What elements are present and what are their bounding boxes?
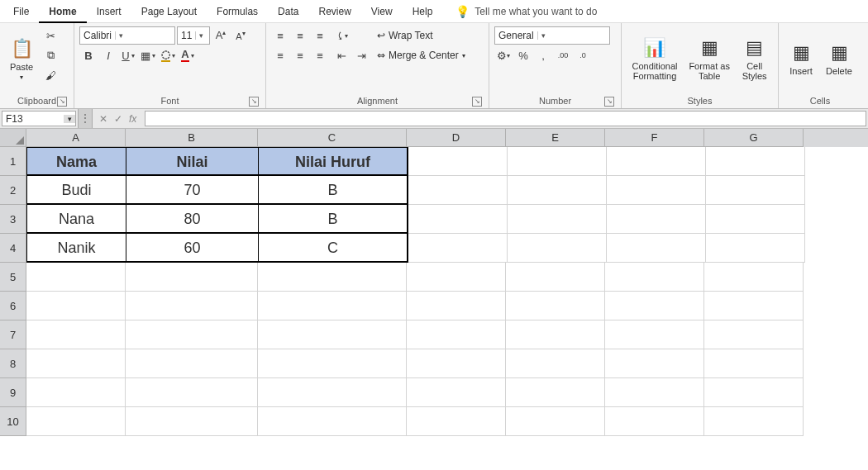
cell-D1[interactable] bbox=[408, 147, 508, 176]
cell-A6[interactable] bbox=[26, 292, 126, 320]
cell-E4[interactable] bbox=[508, 234, 607, 263]
cell-A4[interactable]: Nanik bbox=[27, 234, 126, 262]
cell-C7[interactable] bbox=[258, 320, 407, 349]
menu-help[interactable]: Help bbox=[403, 0, 443, 23]
col-header-D[interactable]: D bbox=[407, 129, 506, 147]
cell-E9[interactable] bbox=[506, 378, 605, 407]
cell-E3[interactable] bbox=[508, 205, 607, 234]
cell-G7[interactable] bbox=[704, 320, 804, 349]
cell-B10[interactable] bbox=[126, 407, 258, 436]
cell-G2[interactable] bbox=[706, 176, 805, 205]
fill-color-button[interactable]: ◌▾ bbox=[159, 46, 177, 64]
cell-C6[interactable] bbox=[258, 292, 407, 320]
cell-E5[interactable] bbox=[506, 263, 605, 292]
cell-B4[interactable]: 60 bbox=[126, 234, 259, 262]
cell-F5[interactable] bbox=[605, 263, 704, 292]
underline-button[interactable]: U▾ bbox=[119, 46, 137, 64]
col-header-C[interactable]: C bbox=[258, 129, 407, 147]
cell-A1[interactable]: Nama bbox=[27, 148, 126, 175]
cell-D6[interactable] bbox=[407, 292, 506, 320]
cell-C3[interactable]: B bbox=[259, 205, 408, 233]
col-header-B[interactable]: B bbox=[126, 129, 258, 147]
cell-F6[interactable] bbox=[605, 292, 704, 320]
paste-button[interactable]: 📋 Paste ▾ bbox=[5, 26, 38, 91]
cell-E8[interactable] bbox=[506, 349, 605, 378]
menu-formulas[interactable]: Formulas bbox=[207, 0, 268, 23]
col-header-A[interactable]: A bbox=[26, 129, 126, 147]
menu-view[interactable]: View bbox=[361, 0, 403, 23]
font-color-button[interactable]: A▾ bbox=[179, 46, 197, 64]
cell-A7[interactable] bbox=[26, 320, 126, 349]
cell-E7[interactable] bbox=[506, 320, 605, 349]
copy-button[interactable]: ⧉ bbox=[41, 46, 60, 64]
cell-D9[interactable] bbox=[407, 378, 506, 407]
cell-G1[interactable] bbox=[706, 147, 805, 176]
col-header-F[interactable]: F bbox=[605, 129, 704, 147]
enter-icon[interactable]: ✓ bbox=[114, 113, 122, 125]
cell-B5[interactable] bbox=[126, 263, 258, 292]
delete-cells-button[interactable]: ▦ Delete bbox=[822, 26, 856, 91]
cells-area[interactable]: Nama Nilai Nilai Huruf Budi 70 B bbox=[26, 147, 805, 436]
cell-G4[interactable] bbox=[706, 234, 805, 263]
col-header-E[interactable]: E bbox=[506, 129, 605, 147]
font-name-combo[interactable]: Calibri▾ bbox=[79, 26, 175, 45]
menu-data[interactable]: Data bbox=[268, 0, 308, 23]
menu-page-layout[interactable]: Page Layout bbox=[131, 0, 207, 23]
border-button[interactable]: ▦▾ bbox=[139, 46, 157, 64]
align-middle-button[interactable]: ≡ bbox=[291, 26, 309, 45]
insert-cells-button[interactable]: ▦ Insert bbox=[784, 26, 818, 91]
cell-C5[interactable] bbox=[258, 263, 407, 292]
italic-button[interactable]: I bbox=[99, 46, 117, 64]
col-header-G[interactable]: G bbox=[704, 129, 804, 147]
cell-B1[interactable]: Nilai bbox=[126, 148, 259, 175]
cell-B9[interactable] bbox=[126, 378, 258, 407]
cell-D3[interactable] bbox=[408, 205, 508, 234]
format-as-table-button[interactable]: ▦ Format as Table bbox=[686, 26, 732, 91]
cell-A10[interactable] bbox=[26, 407, 126, 436]
menu-review[interactable]: Review bbox=[308, 0, 360, 23]
cell-D10[interactable] bbox=[407, 407, 506, 436]
cell-B3[interactable]: 80 bbox=[126, 205, 259, 233]
cell-D2[interactable] bbox=[408, 176, 508, 205]
align-center-button[interactable]: ≡ bbox=[291, 46, 309, 64]
cell-A9[interactable] bbox=[26, 378, 126, 407]
cell-F2[interactable] bbox=[607, 176, 706, 205]
cell-G3[interactable] bbox=[706, 205, 805, 234]
cell-C4[interactable]: C bbox=[259, 234, 408, 262]
cell-B8[interactable] bbox=[126, 349, 258, 378]
cell-B7[interactable] bbox=[126, 320, 258, 349]
decrease-decimal-button[interactable]: .0 bbox=[574, 46, 592, 64]
select-all-corner[interactable] bbox=[0, 129, 26, 147]
dialog-launcher-icon[interactable]: ↘ bbox=[57, 97, 67, 107]
align-bottom-button[interactable]: ≡ bbox=[311, 26, 329, 45]
row-header-7[interactable]: 7 bbox=[0, 320, 26, 349]
cell-G5[interactable] bbox=[704, 263, 804, 292]
cell-G6[interactable] bbox=[704, 292, 804, 320]
cell-C9[interactable] bbox=[258, 378, 407, 407]
cut-button[interactable]: ✂ bbox=[41, 26, 60, 45]
cell-G9[interactable] bbox=[704, 378, 804, 407]
menu-file[interactable]: File bbox=[3, 0, 39, 23]
decrease-font-button[interactable]: A▾ bbox=[231, 26, 250, 45]
cell-C8[interactable] bbox=[258, 349, 407, 378]
percent-button[interactable]: % bbox=[514, 46, 532, 64]
cell-F1[interactable] bbox=[607, 147, 706, 176]
cancel-icon[interactable]: ✕ bbox=[99, 113, 107, 125]
formula-input[interactable] bbox=[145, 111, 866, 126]
row-header-8[interactable]: 8 bbox=[0, 349, 26, 378]
cell-F10[interactable] bbox=[605, 407, 704, 436]
orientation-button[interactable]: ⤹▾ bbox=[332, 26, 351, 45]
cell-A3[interactable]: Nana bbox=[27, 205, 126, 233]
comma-button[interactable]: , bbox=[534, 46, 552, 64]
cell-E10[interactable] bbox=[506, 407, 605, 436]
format-painter-button[interactable]: 🖌 bbox=[41, 66, 60, 84]
cell-F3[interactable] bbox=[607, 205, 706, 234]
fx-icon[interactable]: fx bbox=[129, 113, 136, 125]
increase-font-button[interactable]: A▴ bbox=[212, 26, 230, 45]
align-top-button[interactable]: ≡ bbox=[271, 26, 289, 45]
merge-center-button[interactable]: ⇔ Merge & Center ▾ bbox=[374, 46, 469, 64]
cell-G10[interactable] bbox=[704, 407, 804, 436]
align-right-button[interactable]: ≡ bbox=[311, 46, 329, 64]
dialog-launcher-icon[interactable]: ↘ bbox=[472, 97, 482, 107]
cell-E6[interactable] bbox=[506, 292, 605, 320]
